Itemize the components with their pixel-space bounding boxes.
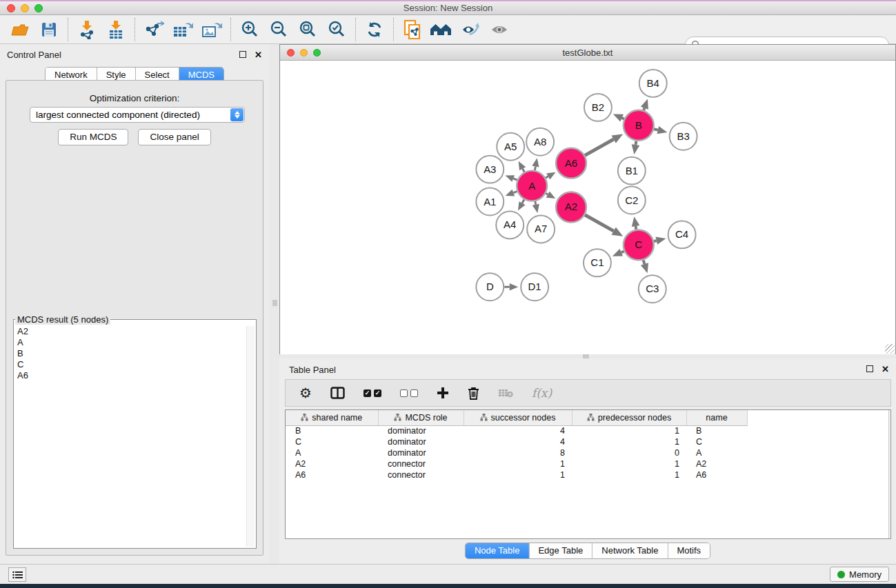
node-table: shared nameMCDS rolesuccessor nodesprede… [285, 409, 891, 539]
network-canvas[interactable]: B4B2BB3A5A8A6A3AB1A1C2A2A4A7C4CC1DD1C3 [280, 61, 895, 354]
graph-node-A1[interactable]: A1 [476, 188, 504, 216]
graph-edge-A6-B[interactable] [585, 139, 614, 155]
table-scrollbar[interactable] [888, 410, 890, 538]
export-network-icon[interactable] [139, 17, 168, 42]
column-header-name[interactable]: name [686, 410, 747, 425]
tab-node-table[interactable]: Node Table [466, 543, 530, 558]
graph-edge-A-A7[interactable] [535, 201, 536, 205]
graph-node-A2[interactable]: A2 [556, 192, 586, 223]
graph-node-A4[interactable]: A4 [496, 211, 524, 239]
graph-edge-C-C1[interactable] [621, 251, 624, 252]
task-history-button[interactable] [8, 567, 26, 582]
graph-edge-A-A2[interactable] [546, 194, 548, 195]
table-row[interactable]: Cdominator41C [286, 436, 748, 447]
window-resize-grip[interactable] [885, 344, 895, 354]
mcds-list-scrollbar[interactable] [246, 326, 255, 547]
graph-node-A7[interactable]: A7 [527, 215, 555, 243]
import-network-icon[interactable] [72, 17, 101, 42]
show-column-icon[interactable] [330, 383, 345, 403]
graph-edge-B-B2[interactable] [622, 118, 624, 119]
show-graphics-details-icon[interactable] [485, 17, 514, 42]
mcds-result-item[interactable]: A [15, 337, 245, 348]
unselect-all-columns-icon[interactable] [400, 383, 418, 403]
table-row[interactable]: Adominator80A [286, 447, 748, 458]
refresh-view-icon[interactable] [360, 17, 389, 42]
tab-edge-table[interactable]: Edge Table [529, 543, 593, 558]
graph-edge-A-A1[interactable] [513, 192, 517, 193]
column-header-MCDS-role[interactable]: MCDS role [378, 410, 464, 425]
network-window-titlebar[interactable]: testGlobe.txt [280, 45, 895, 61]
graph-node-D[interactable]: D [476, 273, 504, 301]
table-close-panel-icon[interactable]: ✕ [882, 364, 889, 374]
graph-edge-B-B3[interactable] [654, 129, 658, 130]
criterion-dropdown[interactable]: largest connected component (directed) [30, 107, 245, 123]
float-panel-icon[interactable] [239, 51, 246, 58]
svg-text:B: B [635, 119, 642, 131]
import-table-icon[interactable] [101, 17, 130, 42]
graph-node-B3[interactable]: B3 [670, 123, 697, 150]
select-all-columns-icon[interactable]: ✓✓ [364, 383, 381, 403]
zoom-in-icon[interactable] [235, 17, 264, 42]
table-row[interactable]: A2connector11A2 [286, 458, 748, 469]
run-mcds-button[interactable]: Run MCDS [58, 129, 128, 145]
open-file-icon[interactable] [6, 17, 34, 42]
graph-edge-A-A6[interactable] [546, 176, 548, 178]
graph-node-B2[interactable]: B2 [584, 94, 612, 121]
create-view-icon[interactable] [427, 17, 456, 42]
graph-node-A3[interactable]: A3 [476, 156, 504, 183]
svg-text:C4: C4 [675, 228, 688, 240]
tab-motifs[interactable]: Motifs [668, 543, 710, 558]
graph-node-C[interactable]: C [624, 230, 654, 260]
mcds-result-item[interactable]: A6 [15, 370, 245, 381]
zoom-out-icon[interactable] [264, 17, 293, 42]
table-float-panel-icon[interactable] [866, 365, 873, 372]
graph-edge-A-A4[interactable] [522, 200, 524, 203]
mcds-result-item[interactable]: B [15, 348, 245, 359]
save-session-icon[interactable] [34, 17, 63, 42]
column-header-shared-name[interactable]: shared name [286, 410, 378, 425]
graph-node-C2[interactable]: C2 [618, 187, 646, 214]
graph-edge-A-A3[interactable] [513, 179, 517, 180]
graph-edge-C-C4[interactable] [654, 241, 657, 241]
mcds-result-item[interactable]: A2 [15, 326, 245, 337]
export-table-icon[interactable] [168, 17, 197, 42]
graph-node-A[interactable]: A [517, 171, 547, 201]
graph-node-C3[interactable]: C3 [639, 275, 666, 303]
delete-columns-icon[interactable] [468, 383, 479, 403]
graph-edge-A-A5[interactable] [523, 169, 525, 172]
memory-button[interactable]: Memory [830, 567, 889, 582]
close-panel-button[interactable]: Close panel [138, 129, 210, 145]
zoom-fit-icon[interactable] [293, 17, 322, 42]
graph-edge-A-A8[interactable] [535, 167, 535, 171]
column-header-successor-nodes[interactable]: successor nodes [464, 410, 572, 425]
zoom-selected-icon[interactable] [322, 17, 351, 42]
create-new-column-icon[interactable] [437, 383, 449, 403]
graph-edge-C-C3[interactable] [644, 260, 645, 264]
toolbar-separator [230, 18, 231, 41]
column-label: successor nodes [491, 413, 556, 423]
hide-graphics-details-icon[interactable] [456, 17, 485, 42]
graph-node-B1[interactable]: B1 [618, 157, 646, 185]
tab-network-table[interactable]: Network Table [593, 543, 668, 558]
graph-node-C1[interactable]: C1 [584, 249, 611, 276]
table-options-gear-icon[interactable]: ⚙ [299, 383, 312, 403]
graph-edge-C-C2[interactable] [636, 226, 637, 230]
close-panel-icon[interactable]: ✕ [255, 50, 262, 60]
graph-node-C4[interactable]: C4 [668, 221, 696, 248]
graph-edge-B-B4[interactable] [644, 108, 644, 110]
clone-network-icon[interactable] [398, 17, 427, 42]
graph-node-B4[interactable]: B4 [639, 70, 667, 97]
table-row[interactable]: A6connector11A6 [286, 469, 748, 480]
column-header-predecessor-nodes[interactable]: predecessor nodes [572, 410, 686, 425]
graph-node-D1[interactable]: D1 [521, 273, 548, 301]
vertical-splitter[interactable] [269, 44, 279, 564]
graph-node-B[interactable]: B [624, 110, 654, 141]
graph-node-A6[interactable]: A6 [556, 148, 586, 179]
graph-edge-B-B1[interactable] [635, 141, 636, 145]
mcds-result-item[interactable]: C [15, 359, 245, 370]
graph-edge-A2-C[interactable] [585, 215, 614, 231]
table-row[interactable]: Bdominator41B [286, 425, 748, 436]
graph-node-A8[interactable]: A8 [526, 128, 554, 156]
export-image-icon[interactable] [197, 17, 226, 42]
graph-node-A5[interactable]: A5 [497, 133, 524, 161]
